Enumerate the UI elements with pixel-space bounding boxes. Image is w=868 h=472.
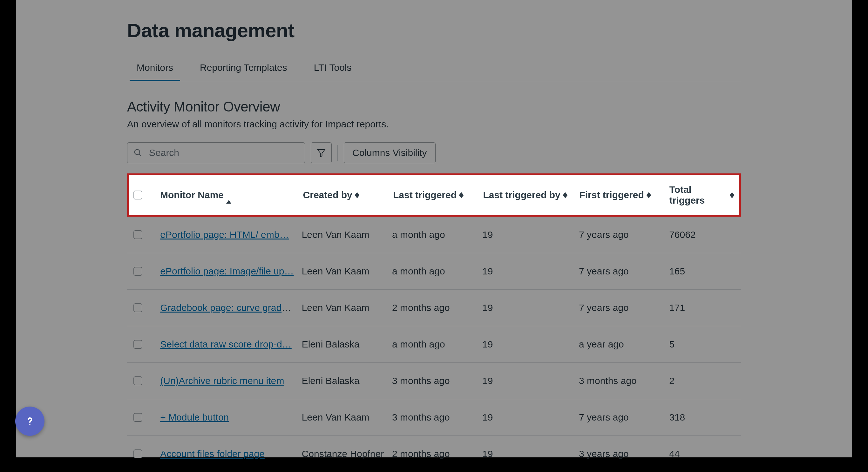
monitor-link[interactable]: + Module button	[160, 412, 229, 422]
header-last-triggered-by[interactable]: Last triggered by	[483, 190, 579, 200]
monitor-link[interactable]: Select data raw score drop-d…	[160, 339, 292, 349]
svg-marker-2	[318, 150, 325, 157]
row-checkbox-cell	[133, 267, 160, 276]
cell-created-by: Leen Van Kaam	[302, 266, 392, 277]
sort-icon	[563, 192, 568, 198]
header-label: Last triggered	[393, 190, 457, 200]
table-row: (Un)Archive rubric menu itemEleni Balask…	[127, 363, 741, 399]
cell-last-triggered: a month ago	[392, 266, 482, 277]
help-button[interactable]	[15, 407, 44, 436]
row-checkbox-cell	[133, 303, 160, 312]
header-label: Created by	[303, 190, 352, 200]
cell-first-triggered: 3 months ago	[579, 375, 669, 386]
table-row: Select data raw score drop-d…Eleni Balas…	[127, 326, 741, 363]
cell-last-triggered-by: 19	[482, 375, 579, 386]
help-icon	[24, 415, 36, 428]
cell-last-triggered-by: 19	[482, 266, 579, 277]
sort-icon	[459, 192, 464, 198]
tab-reporting-templates[interactable]: Reporting Templates	[197, 59, 290, 81]
header-label: Total triggers	[670, 184, 727, 206]
divider	[337, 145, 338, 161]
tab-lti-tools[interactable]: LTI Tools	[311, 59, 354, 81]
columns-visibility-button[interactable]: Columns Visibility	[344, 142, 436, 163]
sort-asc-icon	[226, 190, 231, 200]
filter-button[interactable]	[311, 142, 332, 163]
cell-created-by: Leen Van Kaam	[302, 229, 392, 240]
search-wrap	[127, 142, 305, 163]
cell-total-triggers: 76062	[669, 229, 735, 240]
cell-first-triggered: a year ago	[579, 339, 669, 350]
cell-monitor-name: (Un)Archive rubric menu item	[160, 375, 302, 386]
cell-last-triggered-by: 19	[482, 339, 579, 350]
cell-created-by: Constanze Hopfner	[302, 448, 392, 459]
row-checkbox-cell	[133, 230, 160, 239]
row-checkbox-cell	[133, 449, 160, 458]
header-last-triggered[interactable]: Last triggered	[393, 190, 483, 200]
row-checkbox[interactable]	[133, 413, 142, 422]
svg-line-1	[139, 154, 142, 156]
tab-monitors[interactable]: Monitors	[134, 59, 176, 81]
cell-first-triggered: 7 years ago	[579, 266, 669, 277]
row-checkbox[interactable]	[133, 230, 142, 239]
cell-total-triggers: 171	[669, 303, 735, 313]
search-icon	[133, 148, 142, 157]
row-checkbox[interactable]	[133, 303, 142, 312]
cell-last-triggered: a month ago	[392, 339, 482, 350]
row-checkbox-cell	[133, 376, 160, 385]
table-body: ePortfolio page: HTML/ emb…Leen Van Kaam…	[127, 217, 741, 472]
cell-monitor-name: ePortfolio page: HTML/ emb…	[160, 229, 302, 240]
cell-monitor-name: Gradebook page: curve grade…	[160, 303, 302, 313]
cell-monitor-name: Select data raw score drop-d…	[160, 339, 302, 350]
cell-created-by: Leen Van Kaam	[302, 303, 392, 313]
sort-icon	[355, 192, 360, 198]
cell-created-by: Eleni Balaska	[302, 375, 392, 386]
table-row: Gradebook page: curve grade…Leen Van Kaa…	[127, 290, 741, 326]
svg-point-3	[29, 424, 31, 425]
header-checkbox-cell	[133, 191, 160, 199]
monitor-link[interactable]: Gradebook page: curve grade…	[160, 303, 297, 313]
cell-first-triggered: 7 years ago	[579, 303, 669, 313]
row-checkbox[interactable]	[133, 340, 142, 349]
search-input[interactable]	[127, 142, 305, 163]
sort-icon	[730, 192, 735, 198]
cell-last-triggered: 2 months ago	[392, 448, 482, 459]
table-row: + Module buttonLeen Van Kaam3 months ago…	[127, 399, 741, 436]
page-content: Data management Monitors Reporting Templ…	[16, 0, 852, 458]
header-label: Last triggered by	[483, 190, 560, 200]
cell-total-triggers: 5	[669, 339, 735, 350]
cell-last-triggered: 3 months ago	[392, 412, 482, 423]
section-title: Activity Monitor Overview	[127, 99, 741, 115]
table-row: Account files folder pageConstanze Hopfn…	[127, 436, 741, 472]
monitor-link[interactable]: ePortfolio page: Image/file up…	[160, 266, 293, 276]
cell-first-triggered: 7 years ago	[579, 229, 669, 240]
cell-last-triggered: 3 months ago	[392, 375, 482, 386]
row-checkbox-cell	[133, 413, 160, 422]
tabs-bar: Monitors Reporting Templates LTI Tools	[127, 59, 741, 81]
select-all-checkbox[interactable]	[133, 191, 142, 199]
monitor-link[interactable]: (Un)Archive rubric menu item	[160, 375, 284, 386]
page-title: Data management	[127, 19, 741, 42]
header-created-by[interactable]: Created by	[303, 190, 393, 200]
cell-total-triggers: 2	[669, 375, 735, 386]
header-label: First triggered	[579, 190, 644, 200]
table-row: ePortfolio page: Image/file up…Leen Van …	[127, 253, 741, 290]
monitor-link[interactable]: Account files folder page	[160, 448, 265, 459]
table-row: ePortfolio page: HTML/ emb…Leen Van Kaam…	[127, 217, 741, 253]
cell-total-triggers: 318	[669, 412, 735, 423]
monitor-link[interactable]: ePortfolio page: HTML/ emb…	[160, 229, 289, 240]
header-total-triggers[interactable]: Total triggers	[670, 184, 735, 206]
header-monitor-name[interactable]: Monitor Name	[160, 190, 303, 200]
header-first-triggered[interactable]: First triggered	[579, 190, 669, 200]
table-header-row: Monitor Name Created by Last triggered L…	[127, 174, 741, 217]
cell-created-by: Leen Van Kaam	[302, 412, 392, 423]
cell-first-triggered: 7 years ago	[579, 412, 669, 423]
row-checkbox[interactable]	[133, 376, 142, 385]
cell-monitor-name: ePortfolio page: Image/file up…	[160, 266, 302, 277]
row-checkbox[interactable]	[133, 449, 142, 458]
cell-last-triggered: 2 months ago	[392, 303, 482, 313]
row-checkbox[interactable]	[133, 267, 142, 276]
cell-total-triggers: 44	[669, 448, 735, 459]
section-description: An overview of all monitors tracking act…	[127, 119, 741, 130]
svg-point-0	[135, 150, 140, 155]
header-label: Monitor Name	[160, 190, 224, 200]
